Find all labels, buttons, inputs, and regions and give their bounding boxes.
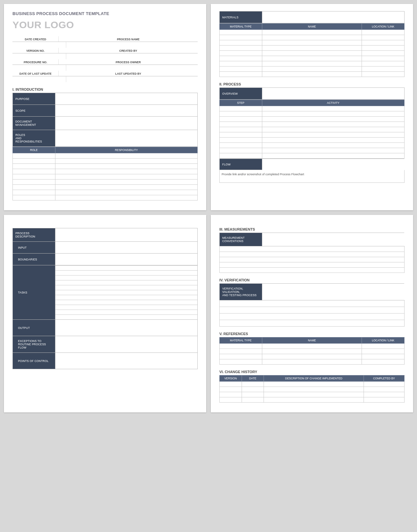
verification-table: VERIFICATION, VALIDATION, AND TESTING PR…: [219, 283, 405, 300]
table-row: [220, 127, 262, 132]
verification-cell: [262, 283, 404, 300]
table-row: [262, 40, 362, 46]
table-row: [262, 122, 404, 127]
points-cell: [55, 353, 197, 369]
meta-last-update-label: DATE OF LAST UPDATE: [12, 71, 59, 76]
table-row: [362, 30, 405, 35]
table-row: [262, 354, 362, 359]
proc-desc-cell: [55, 228, 197, 242]
table-row: [262, 35, 362, 40]
table-row: [13, 169, 55, 174]
table-row: [220, 106, 262, 111]
materials-cell: [262, 11, 404, 23]
table-row: [362, 61, 405, 66]
table-row: [262, 106, 404, 111]
table-row: [220, 359, 262, 365]
process-desc-table: PROCESS DESCRIPTION INPUT BOUNDARIES TAS…: [12, 228, 198, 369]
table-row: [262, 127, 404, 132]
flow-label: FLOW: [220, 159, 262, 170]
table-row: [220, 111, 262, 117]
table-row: [220, 72, 262, 77]
table-row: [264, 382, 364, 387]
table-row: [220, 46, 262, 51]
materials-list: MATERIAL TYPE NAME LOCATION / LINK: [219, 23, 405, 77]
step-header: STEP: [220, 100, 262, 106]
material-loc-header: LOCATION / LINK: [362, 24, 405, 30]
table-row: [13, 159, 55, 164]
material-type-header: MATERIAL TYPE: [220, 24, 262, 30]
ch-version-header: VERSION: [220, 375, 242, 382]
meta-date-created-label: DATE CREATED: [12, 36, 59, 42]
table-row: [220, 354, 262, 359]
table-row: [242, 397, 264, 403]
roles-table: ROLE RESPONSIBILITY: [12, 147, 198, 200]
section-4-heading: IV. VERIFICATION: [219, 278, 405, 282]
verification-label: VERIFICATION, VALIDATION, AND TESTING PR…: [220, 283, 262, 300]
page-4: III. MEASUREMENTS MEASUREMENT CONVENTION…: [211, 215, 413, 412]
table-row: [264, 392, 364, 397]
overview-cell: [262, 88, 404, 100]
table-row: [13, 195, 55, 200]
table-row: [55, 169, 197, 174]
table-row: [262, 117, 404, 122]
table-row: [55, 159, 197, 164]
role-header: ROLE: [13, 147, 55, 153]
table-row: [362, 56, 405, 61]
boundaries-cell: [55, 254, 197, 265]
table-row: [220, 30, 262, 35]
table-row: [362, 40, 405, 46]
table-row: [262, 148, 404, 153]
doc-mgmt-cell: [55, 117, 197, 130]
meta-process-name-label: PROCESS NAME: [59, 36, 198, 42]
proc-desc-label: PROCESS DESCRIPTION: [13, 228, 55, 242]
table-row: [220, 61, 262, 66]
table-row: [220, 148, 262, 153]
process-steps-table: STEP ACTIVITY: [219, 100, 405, 159]
table-row: [364, 397, 404, 403]
ch-date-header: DATE: [242, 375, 264, 382]
table-row: [220, 252, 405, 257]
measurements-table: MEASUREMENT CONVENTIONS: [219, 233, 405, 246]
table-row: [262, 111, 404, 117]
table-row: [220, 35, 262, 40]
scope-label: SCOPE: [13, 105, 55, 117]
tasks-cell: [55, 265, 197, 320]
table-row: [220, 307, 405, 314]
table-row: [220, 257, 405, 262]
table-row: [362, 359, 405, 365]
table-row: [364, 392, 404, 397]
table-row: [262, 349, 362, 354]
table-row: [13, 185, 55, 190]
section-5-heading: V. REFERENCES: [219, 332, 405, 336]
boundaries-label: BOUNDARIES: [13, 254, 55, 265]
table-row: [220, 40, 262, 46]
table-row: [220, 56, 262, 61]
table-row: [362, 51, 405, 56]
table-row: [55, 164, 197, 169]
table-row: [262, 138, 404, 143]
ch-by-header: COMPLETED BY: [364, 375, 404, 382]
table-row: [220, 138, 262, 143]
table-row: [264, 397, 364, 403]
table-row: [262, 51, 362, 56]
purpose-cell: [55, 93, 197, 105]
table-row: [220, 51, 262, 56]
scope-cell: [55, 105, 197, 117]
section-2-heading: II. PROCESS: [219, 82, 405, 86]
table-row: [262, 61, 362, 66]
table-row: [362, 35, 405, 40]
table-row: [220, 122, 262, 127]
input-cell: [55, 242, 197, 254]
table-row: [13, 174, 55, 180]
table-row: [262, 56, 362, 61]
flow-note: Provide link and/or screenshot of comple…: [220, 170, 404, 182]
table-row: [220, 246, 405, 252]
table-row: [220, 132, 262, 138]
table-row: [220, 349, 262, 354]
materials-label: MATERIALS: [220, 11, 262, 23]
table-row: [362, 349, 405, 354]
table-row: [55, 190, 197, 195]
table-row: [220, 387, 242, 392]
table-row: [55, 174, 197, 180]
table-row: [262, 143, 404, 148]
